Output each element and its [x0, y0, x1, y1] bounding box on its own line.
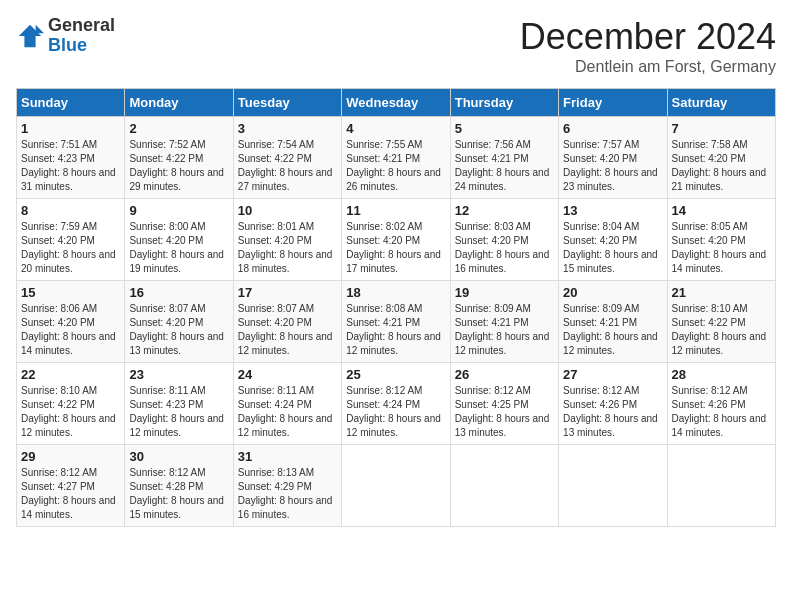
day-number: 6 [563, 121, 662, 136]
calendar-cell: 24Sunrise: 8:11 AMSunset: 4:24 PMDayligh… [233, 363, 341, 445]
day-info: Sunrise: 8:12 AMSunset: 4:24 PMDaylight:… [346, 384, 445, 440]
calendar-cell: 21Sunrise: 8:10 AMSunset: 4:22 PMDayligh… [667, 281, 775, 363]
day-number: 12 [455, 203, 554, 218]
day-info: Sunrise: 8:02 AMSunset: 4:20 PMDaylight:… [346, 220, 445, 276]
day-info: Sunrise: 8:03 AMSunset: 4:20 PMDaylight:… [455, 220, 554, 276]
day-number: 14 [672, 203, 771, 218]
calendar-cell: 19Sunrise: 8:09 AMSunset: 4:21 PMDayligh… [450, 281, 558, 363]
day-header-thursday: Thursday [450, 89, 558, 117]
day-header-friday: Friday [559, 89, 667, 117]
calendar-cell: 22Sunrise: 8:10 AMSunset: 4:22 PMDayligh… [17, 363, 125, 445]
calendar-week-5: 29Sunrise: 8:12 AMSunset: 4:27 PMDayligh… [17, 445, 776, 527]
calendar-cell: 23Sunrise: 8:11 AMSunset: 4:23 PMDayligh… [125, 363, 233, 445]
day-info: Sunrise: 8:05 AMSunset: 4:20 PMDaylight:… [672, 220, 771, 276]
calendar-header-row: SundayMondayTuesdayWednesdayThursdayFrid… [17, 89, 776, 117]
day-number: 10 [238, 203, 337, 218]
day-number: 21 [672, 285, 771, 300]
calendar-week-2: 8Sunrise: 7:59 AMSunset: 4:20 PMDaylight… [17, 199, 776, 281]
calendar-cell: 11Sunrise: 8:02 AMSunset: 4:20 PMDayligh… [342, 199, 450, 281]
day-number: 18 [346, 285, 445, 300]
day-number: 11 [346, 203, 445, 218]
day-number: 31 [238, 449, 337, 464]
day-number: 20 [563, 285, 662, 300]
header: General Blue December 2024 Dentlein am F… [16, 16, 776, 76]
day-info: Sunrise: 7:55 AMSunset: 4:21 PMDaylight:… [346, 138, 445, 194]
calendar-cell: 10Sunrise: 8:01 AMSunset: 4:20 PMDayligh… [233, 199, 341, 281]
calendar-cell: 17Sunrise: 8:07 AMSunset: 4:20 PMDayligh… [233, 281, 341, 363]
day-header-tuesday: Tuesday [233, 89, 341, 117]
day-number: 7 [672, 121, 771, 136]
day-info: Sunrise: 7:51 AMSunset: 4:23 PMDaylight:… [21, 138, 120, 194]
day-number: 2 [129, 121, 228, 136]
month-title: December 2024 [520, 16, 776, 58]
day-info: Sunrise: 8:10 AMSunset: 4:22 PMDaylight:… [672, 302, 771, 358]
calendar-cell: 30Sunrise: 8:12 AMSunset: 4:28 PMDayligh… [125, 445, 233, 527]
day-info: Sunrise: 8:09 AMSunset: 4:21 PMDaylight:… [455, 302, 554, 358]
calendar-cell: 29Sunrise: 8:12 AMSunset: 4:27 PMDayligh… [17, 445, 125, 527]
calendar-cell: 25Sunrise: 8:12 AMSunset: 4:24 PMDayligh… [342, 363, 450, 445]
day-info: Sunrise: 8:01 AMSunset: 4:20 PMDaylight:… [238, 220, 337, 276]
logo-icon [16, 22, 44, 50]
calendar-cell: 12Sunrise: 8:03 AMSunset: 4:20 PMDayligh… [450, 199, 558, 281]
day-info: Sunrise: 8:08 AMSunset: 4:21 PMDaylight:… [346, 302, 445, 358]
day-number: 13 [563, 203, 662, 218]
day-info: Sunrise: 8:04 AMSunset: 4:20 PMDaylight:… [563, 220, 662, 276]
calendar-cell: 4Sunrise: 7:55 AMSunset: 4:21 PMDaylight… [342, 117, 450, 199]
day-number: 8 [21, 203, 120, 218]
day-info: Sunrise: 7:59 AMSunset: 4:20 PMDaylight:… [21, 220, 120, 276]
day-info: Sunrise: 7:56 AMSunset: 4:21 PMDaylight:… [455, 138, 554, 194]
calendar-cell: 3Sunrise: 7:54 AMSunset: 4:22 PMDaylight… [233, 117, 341, 199]
calendar-body: 1Sunrise: 7:51 AMSunset: 4:23 PMDaylight… [17, 117, 776, 527]
logo-text: General Blue [48, 16, 115, 56]
day-number: 9 [129, 203, 228, 218]
calendar-cell: 6Sunrise: 7:57 AMSunset: 4:20 PMDaylight… [559, 117, 667, 199]
day-header-wednesday: Wednesday [342, 89, 450, 117]
day-number: 17 [238, 285, 337, 300]
calendar-cell: 8Sunrise: 7:59 AMSunset: 4:20 PMDaylight… [17, 199, 125, 281]
calendar-cell: 15Sunrise: 8:06 AMSunset: 4:20 PMDayligh… [17, 281, 125, 363]
calendar-week-1: 1Sunrise: 7:51 AMSunset: 4:23 PMDaylight… [17, 117, 776, 199]
day-number: 4 [346, 121, 445, 136]
logo-line2: Blue [48, 35, 87, 55]
calendar-cell: 1Sunrise: 7:51 AMSunset: 4:23 PMDaylight… [17, 117, 125, 199]
day-number: 1 [21, 121, 120, 136]
day-number: 16 [129, 285, 228, 300]
logo-line1: General [48, 15, 115, 35]
day-header-sunday: Sunday [17, 89, 125, 117]
day-number: 23 [129, 367, 228, 382]
day-info: Sunrise: 8:12 AMSunset: 4:25 PMDaylight:… [455, 384, 554, 440]
day-number: 19 [455, 285, 554, 300]
day-number: 29 [21, 449, 120, 464]
day-number: 30 [129, 449, 228, 464]
day-number: 26 [455, 367, 554, 382]
day-info: Sunrise: 7:54 AMSunset: 4:22 PMDaylight:… [238, 138, 337, 194]
location-title: Dentlein am Forst, Germany [520, 58, 776, 76]
day-info: Sunrise: 8:09 AMSunset: 4:21 PMDaylight:… [563, 302, 662, 358]
calendar-cell [667, 445, 775, 527]
calendar-cell [450, 445, 558, 527]
day-info: Sunrise: 8:10 AMSunset: 4:22 PMDaylight:… [21, 384, 120, 440]
day-info: Sunrise: 7:58 AMSunset: 4:20 PMDaylight:… [672, 138, 771, 194]
calendar-week-3: 15Sunrise: 8:06 AMSunset: 4:20 PMDayligh… [17, 281, 776, 363]
day-number: 25 [346, 367, 445, 382]
calendar-cell: 14Sunrise: 8:05 AMSunset: 4:20 PMDayligh… [667, 199, 775, 281]
calendar-cell: 18Sunrise: 8:08 AMSunset: 4:21 PMDayligh… [342, 281, 450, 363]
calendar-cell: 7Sunrise: 7:58 AMSunset: 4:20 PMDaylight… [667, 117, 775, 199]
day-header-monday: Monday [125, 89, 233, 117]
svg-marker-1 [36, 25, 44, 33]
day-info: Sunrise: 8:12 AMSunset: 4:27 PMDaylight:… [21, 466, 120, 522]
calendar-cell: 9Sunrise: 8:00 AMSunset: 4:20 PMDaylight… [125, 199, 233, 281]
day-info: Sunrise: 8:07 AMSunset: 4:20 PMDaylight:… [129, 302, 228, 358]
day-info: Sunrise: 8:11 AMSunset: 4:23 PMDaylight:… [129, 384, 228, 440]
day-info: Sunrise: 8:12 AMSunset: 4:26 PMDaylight:… [672, 384, 771, 440]
calendar-cell: 13Sunrise: 8:04 AMSunset: 4:20 PMDayligh… [559, 199, 667, 281]
day-info: Sunrise: 7:52 AMSunset: 4:22 PMDaylight:… [129, 138, 228, 194]
day-number: 15 [21, 285, 120, 300]
calendar-cell: 20Sunrise: 8:09 AMSunset: 4:21 PMDayligh… [559, 281, 667, 363]
calendar-cell: 16Sunrise: 8:07 AMSunset: 4:20 PMDayligh… [125, 281, 233, 363]
calendar-table: SundayMondayTuesdayWednesdayThursdayFrid… [16, 88, 776, 527]
calendar-cell: 27Sunrise: 8:12 AMSunset: 4:26 PMDayligh… [559, 363, 667, 445]
day-number: 3 [238, 121, 337, 136]
calendar-cell: 5Sunrise: 7:56 AMSunset: 4:21 PMDaylight… [450, 117, 558, 199]
day-info: Sunrise: 8:06 AMSunset: 4:20 PMDaylight:… [21, 302, 120, 358]
